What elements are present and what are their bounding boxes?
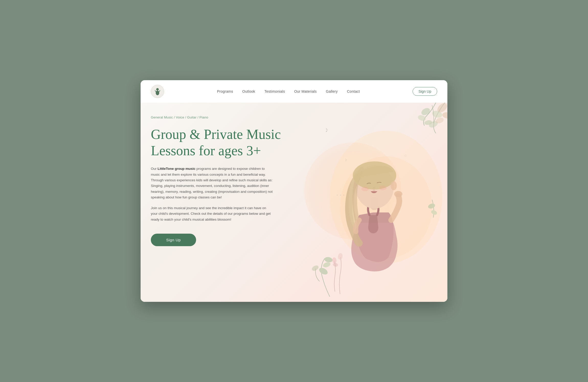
svg-point-25 — [332, 257, 337, 264]
nav-signup-button[interactable]: Sign Up — [413, 87, 437, 96]
logo[interactable] — [151, 85, 164, 98]
logo-circle — [151, 85, 164, 98]
nav-item-contact[interactable]: Contact — [347, 89, 360, 94]
hero-desc-prefix: Our — [151, 167, 157, 171]
hero-headline: Group & Private Music Lessons for ages 3… — [151, 126, 281, 159]
breadcrumb: General Music / Voice / Guitar / Piano — [151, 115, 281, 119]
svg-point-2 — [420, 107, 431, 117]
hero-desc-body: programs are designed to expose children… — [151, 167, 273, 199]
svg-point-19 — [394, 191, 402, 197]
nav-item-gallery[interactable]: Gallery — [326, 89, 338, 94]
hero-description-1: Our LittleTone group music programs are … — [151, 166, 274, 200]
svg-point-15 — [371, 191, 377, 193]
nav-item-programs[interactable]: Programs — [217, 89, 233, 94]
svg-point-3 — [417, 114, 427, 122]
svg-point-22 — [318, 266, 329, 276]
svg-point-0 — [156, 88, 159, 91]
svg-point-24 — [324, 256, 333, 263]
hero-section: ♪ ♫ — [141, 103, 447, 302]
nav-item-testimonials[interactable]: Testimonials — [264, 89, 285, 94]
hero-content: General Music / Voice / Guitar / Piano G… — [151, 113, 281, 246]
svg-point-18 — [391, 181, 397, 190]
hero-illustration: ♪ ♫ — [279, 103, 447, 302]
dots-decoration — [337, 192, 345, 197]
svg-point-17 — [379, 186, 387, 190]
navigation: Programs Outlook Testimonials Our Materi… — [141, 80, 447, 103]
svg-point-28 — [311, 264, 319, 272]
hero-brand-name: LittleTone group music — [157, 167, 195, 171]
svg-point-23 — [322, 261, 331, 268]
svg-point-26 — [333, 262, 338, 267]
hero-description-2: Join us on this musical journey and see … — [151, 205, 274, 222]
hero-signup-button[interactable]: Sign Up — [151, 234, 196, 246]
browser-window: Programs Outlook Testimonials Our Materi… — [141, 80, 447, 302]
svg-point-16 — [361, 187, 369, 191]
svg-point-27 — [337, 253, 343, 260]
botanical-top-right-icon — [386, 103, 447, 172]
nav-item-outlook[interactable]: Outlook — [242, 89, 255, 94]
nav-links: Programs Outlook Testimonials Our Materi… — [217, 89, 360, 94]
nav-item-materials[interactable]: Our Materials — [294, 89, 317, 94]
